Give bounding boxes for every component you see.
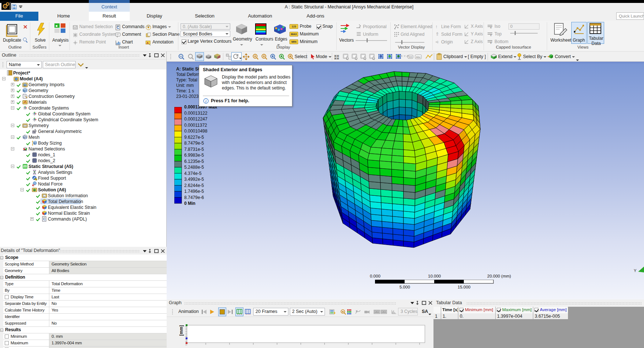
svg-text:▣▣: ▣▣ <box>334 57 339 60</box>
svg-text:A: A <box>147 41 149 45</box>
svg-text:x: x <box>490 26 492 29</box>
svg-text:C: C <box>43 217 46 221</box>
svg-text:Abc: Abc <box>416 56 421 59</box>
svg-text:x: x <box>490 41 492 44</box>
svg-text:■: ■ <box>56 24 57 28</box>
svg-text:100: 100 <box>409 56 413 58</box>
svg-text:C: C <box>117 26 119 30</box>
svg-text:i: i <box>205 99 207 103</box>
svg-text:x: x <box>490 34 492 37</box>
